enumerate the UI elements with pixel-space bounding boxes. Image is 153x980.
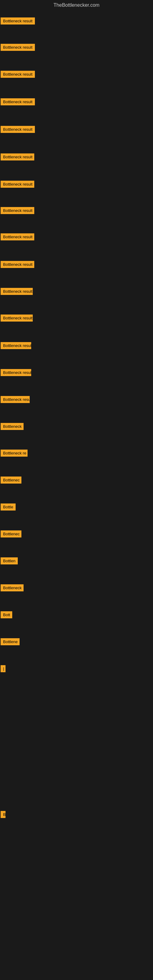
bottleneck-item: Bottleneck result xyxy=(1,181,34,189)
bottleneck-item: Bottleneck resu xyxy=(1,396,30,404)
bottleneck-item: Bottleneck result xyxy=(1,315,33,323)
bottleneck-badge: Bottleneck result xyxy=(1,98,35,105)
bottleneck-badge: Bottleneck re xyxy=(1,450,27,457)
bottleneck-item: Bottleneck result xyxy=(1,342,31,350)
bottleneck-item: Bottleneck result xyxy=(1,261,34,269)
bottleneck-badge: Bottlenec xyxy=(1,477,21,484)
bottleneck-item: Bottleneck result xyxy=(1,207,34,215)
bottleneck-badge: Bottlene xyxy=(1,638,19,645)
bottleneck-item: B xyxy=(1,811,5,819)
bottleneck-item: Bottlen xyxy=(1,557,18,566)
bottleneck-item: Bottleneck xyxy=(1,584,24,593)
bottleneck-item: Bottleneck re xyxy=(1,450,27,458)
bottleneck-item: Bottlenec xyxy=(1,530,21,539)
bottleneck-item: Bottle xyxy=(1,503,16,512)
bottleneck-item: Bottleneck xyxy=(1,423,24,431)
bottleneck-item: Bottleneck result xyxy=(1,369,31,377)
bottleneck-badge: | xyxy=(1,665,5,672)
bottleneck-badge: B xyxy=(1,811,5,818)
bottleneck-item: Bottleneck result xyxy=(1,44,35,52)
bottleneck-badge: Bott xyxy=(1,611,12,618)
bottleneck-badge: Bottleneck result xyxy=(1,233,34,240)
bottleneck-badge: Bottleneck result xyxy=(1,315,33,321)
bottleneck-badge: Bottleneck result xyxy=(1,181,34,188)
bottleneck-badge: Bottleneck result xyxy=(1,126,35,133)
bottleneck-item: Bottleneck result xyxy=(1,18,35,26)
bottleneck-badge: Bottleneck result xyxy=(1,153,34,161)
bottleneck-item: Bott xyxy=(1,611,12,620)
bottleneck-item: Bottlenec xyxy=(1,477,21,485)
bottleneck-badge: Bottleneck result xyxy=(1,44,35,51)
bottleneck-item: Bottleneck result xyxy=(1,233,34,242)
bottleneck-item: Bottleneck result xyxy=(1,153,34,162)
bottleneck-item: Bottleneck result xyxy=(1,98,35,107)
bottleneck-badge: Bottleneck result xyxy=(1,342,31,349)
bottleneck-badge: Bottleneck xyxy=(1,423,24,430)
bottleneck-badge: Bottleneck result xyxy=(1,207,34,214)
bottleneck-badge: Bottle xyxy=(1,503,16,511)
bottleneck-badge: Bottleneck result xyxy=(1,261,34,268)
bottleneck-badge: Bottleneck result xyxy=(1,71,35,78)
bottleneck-badge: Bottleneck resu xyxy=(1,396,30,403)
bottleneck-badge: Bottleneck result xyxy=(1,369,31,376)
bottleneck-badge: Bottleneck result xyxy=(1,18,35,24)
bottleneck-item: Bottleneck result xyxy=(1,126,35,134)
bottleneck-item: Bottleneck result xyxy=(1,71,35,79)
bottleneck-badge: Bottlenec xyxy=(1,530,21,538)
bottleneck-badge: Bottlen xyxy=(1,557,18,565)
site-title: TheBottlenecker.com xyxy=(0,0,153,10)
bottleneck-badge: Bottleneck result xyxy=(1,288,33,295)
bottleneck-item: | xyxy=(1,665,5,673)
bottleneck-item: Bottleneck result xyxy=(1,288,33,296)
bottleneck-item: Bottlene xyxy=(1,638,19,646)
bottleneck-badge: Bottleneck xyxy=(1,584,24,591)
